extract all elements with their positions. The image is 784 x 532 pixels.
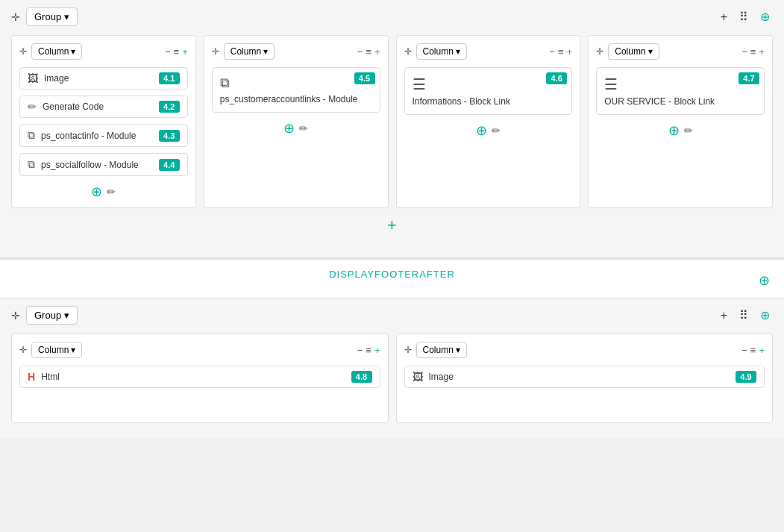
informations-blocklink-badge: 4.6 bbox=[546, 72, 567, 84]
fcol1-minus[interactable]: − bbox=[357, 345, 363, 356]
col2-add-btn[interactable]: ⊕ bbox=[283, 120, 295, 137]
ourservice-blocklink-label: OUR SERVICE - Block Link bbox=[604, 96, 756, 107]
html-label: Html bbox=[41, 372, 351, 382]
col4-controls: − ≡ + bbox=[741, 46, 765, 57]
column-2-header: ✛ Column ▾ − ≡ + bbox=[212, 43, 380, 60]
column-1-header: ✛ Column ▾ − ≡ + bbox=[19, 43, 188, 60]
group-settings-icon[interactable]: ⊕ bbox=[757, 8, 773, 25]
col2-drag[interactable]: ✛ bbox=[212, 46, 219, 57]
fcol2-plus[interactable]: + bbox=[759, 345, 765, 356]
group-grid-icon[interactable]: ⠿ bbox=[736, 8, 751, 25]
footer-group-add-icon[interactable]: + bbox=[718, 307, 730, 324]
footer-settings-btn[interactable]: ⊕ bbox=[756, 271, 773, 290]
col1-list[interactable]: ≡ bbox=[174, 46, 180, 57]
col1-edit-btn[interactable]: ✏ bbox=[107, 186, 116, 198]
customeraccountlinks-label: ps_customeraccountlinks - Module bbox=[220, 94, 372, 104]
generate-code-label: Generate Code bbox=[43, 101, 159, 112]
col4-drag[interactable]: ✛ bbox=[596, 46, 603, 57]
col1-plus[interactable]: + bbox=[182, 46, 188, 57]
footer-col2-header-left: ✛ Column ▾ bbox=[404, 342, 467, 358]
col4-plus[interactable]: + bbox=[759, 46, 765, 57]
footer-section: ✛ Group ▾ + ⠿ ⊕ ✛ Column ▾ bbox=[0, 298, 784, 438]
top-section: ✛ Group ▾ + ⠿ ⊕ ✛ Column ▾ bbox=[0, 0, 784, 258]
center-add-btn[interactable]: + bbox=[387, 216, 397, 235]
generate-code-icon: ✏ bbox=[28, 101, 37, 113]
col4-edit-btn[interactable]: ✏ bbox=[684, 125, 693, 137]
customeraccountlinks-icon: ⧉ bbox=[220, 75, 372, 91]
col3-drag[interactable]: ✛ bbox=[404, 46, 412, 57]
footer-group-left: ✛ Group ▾ bbox=[11, 306, 78, 325]
col2-plus[interactable]: + bbox=[374, 46, 380, 57]
contactinfo-badge: 4.3 bbox=[159, 130, 180, 142]
col3-button[interactable]: Column ▾ bbox=[416, 43, 467, 60]
col4-list[interactable]: ≡ bbox=[750, 46, 756, 57]
module-socialfollow: ⧉ ps_socialfollow - Module 4.4 bbox=[19, 153, 188, 176]
module-customeraccountlinks: 4.5 ⧉ ps_customeraccountlinks - Module bbox=[212, 67, 380, 113]
group-right: + ⠿ ⊕ bbox=[718, 8, 773, 25]
fcol2-list[interactable]: ≡ bbox=[750, 345, 756, 356]
col3-plus[interactable]: + bbox=[567, 46, 573, 57]
fcol2-drag[interactable]: ✛ bbox=[404, 345, 412, 355]
image-label: Image bbox=[44, 73, 159, 84]
html-icon: H bbox=[28, 371, 35, 383]
group-drag-handle[interactable]: ✛ bbox=[11, 11, 20, 23]
fcol1-plus[interactable]: + bbox=[374, 345, 380, 356]
column-3-header-left: ✛ Column ▾ bbox=[404, 43, 467, 60]
group-add-icon[interactable]: + bbox=[718, 9, 730, 25]
col1-controls: − ≡ + bbox=[165, 46, 188, 57]
group-button[interactable]: Group ▾ bbox=[26, 7, 78, 26]
informations-blocklink-icon: ☰ bbox=[413, 75, 565, 93]
col2-minus[interactable]: − bbox=[357, 46, 363, 57]
footer-col1-header: ✛ Column ▾ − ≡ + bbox=[19, 342, 380, 358]
col1-add-edit: ⊕ ✏ bbox=[19, 184, 188, 200]
informations-blocklink-label: Informations - Block Link bbox=[413, 96, 565, 107]
fcol2-minus[interactable]: − bbox=[741, 345, 747, 356]
col3-list[interactable]: ≡ bbox=[558, 46, 564, 57]
footer-col2-header: ✛ Column ▾ − ≡ + bbox=[404, 342, 765, 358]
col1-button[interactable]: Column ▾ bbox=[31, 43, 82, 60]
image-badge: 4.1 bbox=[159, 72, 180, 84]
footer-image-icon: 🖼 bbox=[413, 371, 423, 383]
footer-column-2: ✛ Column ▾ − ≡ + 🖼 Image 4.9 bbox=[396, 334, 774, 423]
fcol2-button[interactable]: Column ▾ bbox=[416, 342, 467, 358]
module-informations-blocklink: 4.6 ☰ Informations - Block Link bbox=[404, 67, 573, 115]
col4-minus[interactable]: − bbox=[741, 46, 747, 57]
fcol1-drag[interactable]: ✛ bbox=[19, 345, 27, 355]
footer-col1-header-left: ✛ Column ▾ bbox=[19, 342, 82, 358]
col2-list[interactable]: ≡ bbox=[366, 46, 371, 57]
footer-group-grid-icon[interactable]: ⠿ bbox=[736, 307, 751, 324]
col2-controls: − ≡ + bbox=[357, 46, 380, 57]
col4-add-btn[interactable]: ⊕ bbox=[668, 122, 680, 139]
footer-group-row: ✛ Group ▾ + ⠿ ⊕ bbox=[11, 306, 773, 325]
group-btn-label: Group bbox=[34, 11, 61, 22]
column-4-header: ✛ Column ▾ − ≡ + bbox=[596, 43, 765, 60]
ourservice-blocklink-icon: ☰ bbox=[604, 75, 756, 93]
col1-drag[interactable]: ✛ bbox=[19, 46, 27, 57]
module-generate-code: ✏ Generate Code 4.2 bbox=[19, 96, 188, 118]
footer-group-drag[interactable]: ✛ bbox=[11, 310, 20, 322]
footer-group-button[interactable]: Group ▾ bbox=[26, 306, 78, 325]
contactinfo-label: ps_contactinfo - Module bbox=[41, 131, 159, 141]
col3-controls: − ≡ + bbox=[549, 46, 572, 57]
col1-minus[interactable]: − bbox=[165, 46, 171, 57]
column-4-header-left: ✛ Column ▾ bbox=[596, 43, 659, 60]
center-add-row: + bbox=[11, 208, 773, 242]
col1-add-btn[interactable]: ⊕ bbox=[91, 184, 102, 200]
contactinfo-icon: ⧉ bbox=[28, 129, 35, 142]
col3-minus[interactable]: − bbox=[549, 46, 555, 57]
col2-button[interactable]: Column ▾ bbox=[224, 43, 275, 60]
fcol1-button[interactable]: Column ▾ bbox=[31, 342, 82, 358]
column-2: ✛ Column ▾ − ≡ + 4.5 ⧉ ps_customeraccoun… bbox=[204, 35, 389, 208]
col3-edit-btn[interactable]: ✏ bbox=[492, 125, 501, 137]
columns-container: ✛ Column ▾ − ≡ + 🖼 Image 4.1 ✏ bbox=[11, 35, 773, 208]
footer-group-settings-icon[interactable]: ⊕ bbox=[757, 307, 773, 324]
module-footer-image: 🖼 Image 4.9 bbox=[404, 366, 765, 388]
footer-image-badge: 4.9 bbox=[736, 371, 756, 383]
col4-button[interactable]: Column ▾ bbox=[608, 43, 659, 60]
col2-edit-btn[interactable]: ✏ bbox=[299, 122, 308, 134]
socialfollow-icon: ⧉ bbox=[28, 158, 35, 171]
html-badge: 4.8 bbox=[351, 371, 372, 383]
fcol1-list[interactable]: ≡ bbox=[366, 345, 371, 356]
top-group-row: ✛ Group ▾ + ⠿ ⊕ bbox=[11, 7, 773, 26]
col3-add-btn[interactable]: ⊕ bbox=[476, 122, 487, 139]
